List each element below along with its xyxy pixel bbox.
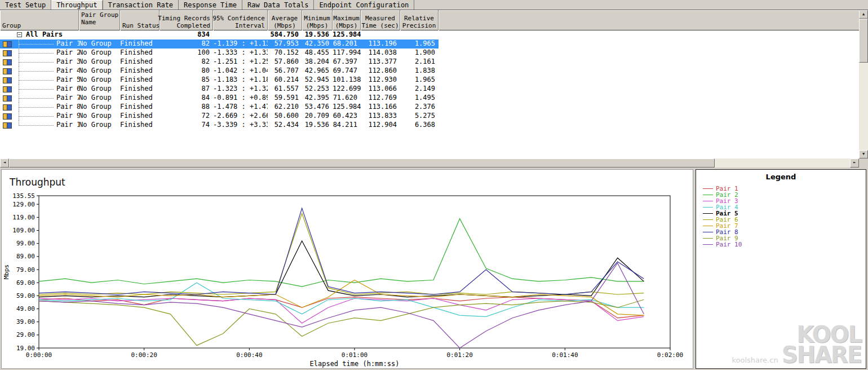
column-header[interactable]: Pair GroupName	[79, 10, 120, 30]
cell-maximum: 67.397	[333, 58, 361, 67]
column-header[interactable]: MeasuredTime (sec)	[361, 10, 400, 30]
tab-transaction-rate[interactable]: Transaction Rate	[103, 0, 179, 10]
cell-run-status: Finished	[120, 76, 160, 85]
all-pairs-label: All Pairs	[26, 30, 63, 39]
cell-records: 88	[160, 103, 213, 112]
cell-confidence: -1.183 : +1.183	[213, 76, 268, 85]
svg-text:29.00: 29.00	[16, 331, 35, 338]
tab-throughput[interactable]: Throughput	[51, 0, 103, 10]
table-row-pair-2[interactable]: Pair 2 No Group Finished 100 -1.333 : +1…	[0, 49, 439, 58]
tree-connector	[19, 76, 54, 81]
tab-raw-data-totals[interactable]: Raw Data Totals	[242, 0, 314, 10]
cell-minimum: 42.965	[302, 67, 333, 76]
summary-records: 834	[160, 30, 213, 39]
scroll-left-icon[interactable]: ◄	[0, 158, 9, 168]
tree-connector	[19, 49, 54, 54]
cell-confidence: -1.251 : +1.251	[213, 58, 268, 67]
header-filler	[439, 10, 859, 30]
tree-connector	[19, 58, 54, 63]
cell-minimum: 53.476	[302, 103, 333, 112]
legend-item-pair-10[interactable]: Pair 10	[703, 241, 866, 248]
pair-label: Pair 7	[56, 94, 79, 102]
tab-endpoint-configuration[interactable]: Endpoint Configuration	[314, 0, 414, 10]
cell-confidence: -1.323 : +1.323	[213, 85, 268, 94]
cell-group-name: No Group	[79, 103, 120, 112]
scroll-down-icon[interactable]: ▼	[859, 150, 868, 158]
cell-time: 113.166	[361, 103, 400, 112]
cell-average: 59.591	[268, 94, 302, 103]
pair-label: Pair 3	[56, 58, 79, 66]
scroll-up-icon[interactable]: ▲	[859, 10, 868, 19]
table-vertical-scrollbar[interactable]: ▲ ▼	[859, 10, 868, 158]
table-horizontal-scrollbar[interactable]: ◄ ►	[0, 158, 859, 168]
tree-connector	[19, 39, 54, 45]
svg-text:0:00:20: 0:00:20	[131, 351, 157, 359]
pair-icon	[3, 50, 12, 56]
table-row-pair-8[interactable]: Pair 8 No Group Finished 88 -1.478 : +1.…	[0, 103, 439, 112]
cell-average: 52.434	[268, 121, 302, 130]
cell-records: 82	[160, 39, 213, 49]
cell-confidence: -3.339 : +3.339	[213, 121, 268, 130]
column-header[interactable]: Group	[0, 10, 79, 30]
pair-label: Pair 2	[56, 49, 79, 57]
all-pairs-summary-row[interactable]: − All Pairs 834 584.750 19.536 125.984	[0, 30, 439, 39]
scroll-right-icon[interactable]: ►	[850, 158, 859, 168]
column-header[interactable]: 95% ConfidenceInterval	[213, 10, 268, 30]
cell-time: 112.930	[361, 76, 400, 85]
cell-run-status: Finished	[120, 67, 160, 76]
pair-icon	[3, 68, 12, 74]
legend-color-line	[703, 195, 713, 195]
column-header[interactable]: Run Status	[120, 10, 160, 30]
column-header[interactable]: Maximum(Mbps)	[333, 10, 361, 30]
column-header[interactable]: Average(Mbps)	[268, 10, 302, 30]
svg-text:49.00: 49.00	[16, 305, 35, 312]
table-row-pair-3[interactable]: Pair 3 No Group Finished 82 -1.251 : +1.…	[0, 58, 439, 67]
cell-time: 112.769	[361, 94, 400, 103]
cell-group-name: No Group	[79, 58, 120, 67]
cell-time: 113.377	[361, 58, 400, 67]
cell-group-name: No Group	[79, 85, 120, 94]
cell-average: 70.152	[268, 49, 302, 58]
pair-label: Pair 6	[56, 85, 79, 93]
svg-text:69.00: 69.00	[16, 279, 35, 287]
cell-run-status: Finished	[120, 112, 160, 121]
legend-panel: Legend Pair 1Pair 2Pair 3Pair 4Pair 5Pai…	[696, 169, 866, 369]
table-row-pair-9[interactable]: Pair 9 No Group Finished 72 -2.669 : +2.…	[0, 112, 439, 121]
cell-records: 100	[160, 49, 213, 58]
column-header[interactable]: RelativePrecision	[400, 10, 439, 30]
cell-precision: 2.376	[400, 103, 439, 112]
table-row-pair-1[interactable]: Pair 1 No Group Finished 82 -1.139 : +1.…	[0, 39, 439, 49]
table-row-pair-10[interactable]: Pair 10 No Group Finished 74 -3.339 : +3…	[0, 121, 439, 130]
cell-time: 112.904	[361, 121, 400, 130]
table-row-pair-5[interactable]: Pair 5 No Group Finished 85 -1.183 : +1.…	[0, 76, 439, 85]
pair-label: Pair 9	[56, 112, 79, 120]
cell-records: 82	[160, 58, 213, 67]
horizontal-scroll-thumb[interactable]	[9, 158, 715, 168]
cell-average: 50.600	[268, 112, 302, 121]
cell-maximum: 69.747	[333, 67, 361, 76]
table-row-pair-4[interactable]: Pair 4 No Group Finished 80 -1.042 : +1.…	[0, 67, 439, 76]
tree-connector	[19, 112, 54, 117]
svg-text:0:01:00: 0:01:00	[342, 351, 367, 359]
pair-icon	[3, 104, 12, 110]
column-header[interactable]: Timing RecordsCompleted	[160, 10, 213, 30]
pair-icon	[3, 86, 12, 92]
cell-run-status: Finished	[120, 94, 160, 103]
legend-color-line	[703, 213, 713, 214]
collapse-icon[interactable]: −	[17, 32, 22, 37]
cell-group-name: No Group	[79, 112, 120, 121]
tab-test-setup[interactable]: Test Setup	[0, 0, 51, 10]
column-header[interactable]: Minimum(Mbps)	[302, 10, 333, 30]
vertical-scroll-thumb[interactable]	[859, 19, 868, 63]
cell-maximum: 71.620	[333, 94, 361, 103]
table-row-pair-7[interactable]: Pair 7 No Group Finished 84 -0.891 : +0.…	[0, 94, 439, 103]
tab-response-time[interactable]: Response Time	[179, 0, 242, 10]
cell-maximum: 101.138	[333, 76, 361, 85]
table-header: GroupPair GroupNameRun StatusTiming Reco…	[0, 10, 859, 30]
table-row-pair-6[interactable]: Pair 6 No Group Finished 87 -1.323 : +1.…	[0, 85, 439, 94]
pair-icon	[3, 41, 12, 47]
cell-maximum: 68.201	[333, 39, 361, 49]
svg-text:59.00: 59.00	[16, 292, 35, 299]
cell-average: 60.214	[268, 76, 302, 85]
cell-run-status: Finished	[120, 121, 160, 130]
